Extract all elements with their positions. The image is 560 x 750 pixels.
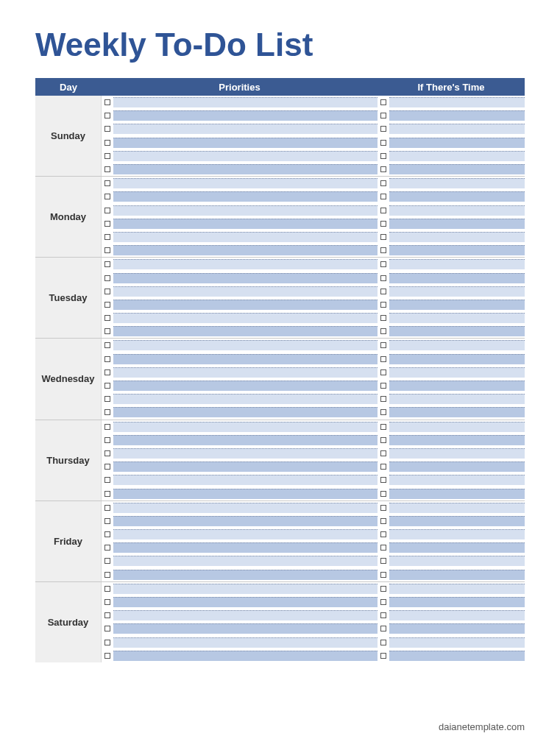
if-time-input-line[interactable] [389,570,525,580]
checkbox-icon[interactable] [104,247,110,253]
checkbox-icon[interactable] [104,640,110,645]
checkbox-icon[interactable] [104,302,110,308]
checkbox-icon[interactable] [104,140,110,146]
checkbox-icon[interactable] [104,153,110,159]
checkbox-icon[interactable] [380,356,386,362]
priority-input-line[interactable] [113,422,378,432]
if-time-input-line[interactable] [389,461,525,472]
if-time-input-line[interactable] [389,286,525,297]
priority-input-line[interactable] [113,448,378,459]
if-time-input-line[interactable] [389,97,525,107]
if-time-input-line[interactable] [389,178,525,188]
checkbox-icon[interactable] [380,599,386,605]
checkbox-icon[interactable] [104,328,110,334]
if-time-input-line[interactable] [389,138,525,148]
checkbox-icon[interactable] [380,640,386,645]
checkbox-icon[interactable] [380,289,386,294]
priority-input-line[interactable] [113,651,378,661]
checkbox-icon[interactable] [380,342,386,348]
priority-input-line[interactable] [113,191,378,202]
checkbox-icon[interactable] [380,505,386,511]
priority-input-line[interactable] [113,623,378,634]
if-time-input-line[interactable] [389,164,525,174]
checkbox-icon[interactable] [104,558,110,564]
checkbox-icon[interactable] [380,180,386,186]
checkbox-icon[interactable] [104,396,110,402]
if-time-input-line[interactable] [389,597,525,607]
checkbox-icon[interactable] [380,491,386,497]
priority-input-line[interactable] [113,164,378,174]
checkbox-icon[interactable] [380,234,386,240]
priority-input-line[interactable] [113,178,378,188]
if-time-input-line[interactable] [389,300,525,310]
checkbox-icon[interactable] [380,369,386,375]
checkbox-icon[interactable] [380,558,386,564]
if-time-input-line[interactable] [389,151,525,161]
checkbox-icon[interactable] [380,545,386,551]
checkbox-icon[interactable] [380,409,386,415]
checkbox-icon[interactable] [380,261,386,267]
checkbox-icon[interactable] [104,491,110,497]
checkbox-icon[interactable] [104,194,110,199]
priority-input-line[interactable] [113,286,378,297]
priority-input-line[interactable] [113,110,378,121]
checkbox-icon[interactable] [380,302,386,308]
priority-input-line[interactable] [113,219,378,229]
if-time-input-line[interactable] [389,367,525,378]
checkbox-icon[interactable] [380,464,386,470]
checkbox-icon[interactable] [104,221,110,227]
if-time-input-line[interactable] [389,651,525,661]
priority-input-line[interactable] [113,489,378,499]
checkbox-icon[interactable] [104,289,110,294]
if-time-input-line[interactable] [389,435,525,445]
priority-input-line[interactable] [113,435,378,445]
if-time-input-line[interactable] [389,556,525,566]
if-time-input-line[interactable] [389,489,525,499]
checkbox-icon[interactable] [380,396,386,402]
if-time-input-line[interactable] [389,191,525,202]
if-time-input-line[interactable] [389,637,525,648]
checkbox-icon[interactable] [380,450,386,456]
priority-input-line[interactable] [113,97,378,107]
checkbox-icon[interactable] [380,626,386,632]
priority-input-line[interactable] [113,394,378,404]
if-time-input-line[interactable] [389,542,525,553]
checkbox-icon[interactable] [380,315,386,321]
checkbox-icon[interactable] [380,153,386,159]
priority-input-line[interactable] [113,516,378,526]
if-time-input-line[interactable] [389,503,525,513]
if-time-input-line[interactable] [389,110,525,121]
checkbox-icon[interactable] [380,113,386,118]
if-time-input-line[interactable] [389,326,525,336]
checkbox-icon[interactable] [104,166,110,172]
checkbox-icon[interactable] [380,247,386,253]
if-time-input-line[interactable] [389,381,525,391]
if-time-input-line[interactable] [389,394,525,404]
checkbox-icon[interactable] [104,477,110,483]
checkbox-icon[interactable] [104,261,110,267]
if-time-input-line[interactable] [389,245,525,255]
priority-input-line[interactable] [113,273,378,283]
checkbox-icon[interactable] [104,113,110,118]
checkbox-icon[interactable] [380,208,386,213]
checkbox-icon[interactable] [380,140,386,146]
priority-input-line[interactable] [113,570,378,580]
priority-input-line[interactable] [113,300,378,310]
priority-input-line[interactable] [113,205,378,216]
if-time-input-line[interactable] [389,407,525,417]
checkbox-icon[interactable] [380,612,386,618]
if-time-input-line[interactable] [389,205,525,216]
checkbox-icon[interactable] [104,342,110,348]
checkbox-icon[interactable] [104,599,110,605]
if-time-input-line[interactable] [389,475,525,485]
if-time-input-line[interactable] [389,584,525,594]
checkbox-icon[interactable] [104,99,110,105]
priority-input-line[interactable] [113,367,378,378]
checkbox-icon[interactable] [104,572,110,578]
checkbox-icon[interactable] [104,369,110,375]
priority-input-line[interactable] [113,354,378,364]
priority-input-line[interactable] [113,151,378,161]
checkbox-icon[interactable] [104,505,110,511]
priority-input-line[interactable] [113,232,378,242]
checkbox-icon[interactable] [380,586,386,592]
